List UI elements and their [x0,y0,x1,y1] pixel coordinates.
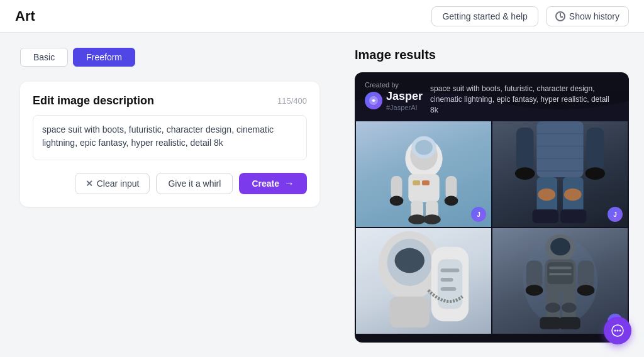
top-bar-actions: Getting started & help Show history [431,6,629,26]
svg-rect-53 [540,317,561,330]
tabs-container: Basic Freeform [20,48,319,67]
image-cell-2: J [492,121,628,227]
svg-rect-39 [441,287,457,291]
image-grid: J [355,121,629,335]
svg-rect-27 [516,128,534,171]
image-cell-1: J [356,121,491,227]
right-panel: Image results Created by [340,33,644,357]
svg-rect-23 [533,210,559,224]
action-buttons: ✕ Clear input Give it a whirl Create → [33,173,307,194]
svg-rect-37 [441,269,460,273]
svg-point-60 [619,330,621,332]
x-icon: ✕ [86,178,93,189]
svg-point-56 [562,303,577,313]
app-title: Art [15,8,35,25]
svg-point-33 [395,248,425,273]
svg-point-4 [415,140,433,155]
main-layout: Basic Freeform Edit image description 11… [0,33,644,357]
edit-section: Edit image description 115/400 space sui… [20,82,319,207]
svg-point-29 [515,168,535,180]
svg-point-30 [586,168,606,180]
image-cell-4: J [492,228,628,334]
svg-rect-24 [560,210,587,224]
results-title: Image results [355,48,629,62]
top-bar: Art Getting started & help Show history [0,0,644,33]
svg-rect-5 [408,174,439,202]
svg-point-15 [445,196,458,206]
svg-point-58 [614,330,616,332]
svg-point-59 [617,330,619,332]
history-button[interactable]: Show history [546,6,629,26]
clock-icon [555,11,565,21]
tab-freeform[interactable]: Freeform [73,48,135,67]
svg-rect-38 [441,278,453,282]
jasper-logo [365,92,382,109]
chat-fab[interactable] [604,317,631,344]
svg-point-25 [538,189,555,201]
edit-header: Edit image description 115/400 [33,94,307,107]
char-count: 115/400 [277,96,307,106]
edit-title: Edit image description [33,94,154,107]
svg-rect-47 [526,261,543,288]
create-button-label: Create [252,178,279,189]
creator-info: Created by Jasper #JasperAI [365,81,423,111]
svg-point-55 [545,303,560,313]
results-card: Created by Jasper #JasperAI space suit w… [355,72,629,343]
svg-point-14 [390,196,404,206]
svg-rect-54 [559,317,580,330]
jasper-handle: #JasperAI [386,104,423,111]
clear-button-label: Clear input [97,178,140,189]
svg-point-49 [526,285,543,296]
whirl-button[interactable]: Give it a whirl [156,173,233,194]
help-button[interactable]: Getting started & help [431,6,538,26]
svg-point-11 [423,215,441,225]
card-prompt-text: space suit with boots, futuristic, chara… [430,81,619,115]
image-cell-3 [356,228,491,334]
svg-rect-34 [390,297,430,327]
create-button[interactable]: Create → [239,173,307,194]
history-button-label: Show history [569,11,619,21]
svg-rect-6 [413,180,420,185]
svg-point-50 [577,285,595,296]
description-textarea[interactable]: space suit with boots, futuristic, chara… [33,115,307,160]
svg-rect-48 [578,261,594,288]
clear-button[interactable]: ✕ Clear input [75,173,150,194]
svg-rect-7 [422,180,430,185]
svg-point-10 [408,215,426,225]
created-by-label: Created by [365,81,423,89]
tab-basic[interactable]: Basic [20,48,68,67]
svg-rect-45 [549,267,572,270]
card-header: Created by Jasper #JasperAI space suit w… [355,72,629,121]
arrow-icon: → [284,178,294,189]
svg-point-42 [550,238,570,256]
svg-rect-16 [536,121,583,177]
jasper-branding: Jasper #JasperAI [365,90,423,111]
left-panel: Basic Freeform Edit image description 11… [0,33,340,357]
svg-rect-28 [587,128,604,171]
svg-rect-46 [549,273,572,276]
svg-point-26 [564,189,582,201]
jasper-name: Jasper [386,90,423,103]
